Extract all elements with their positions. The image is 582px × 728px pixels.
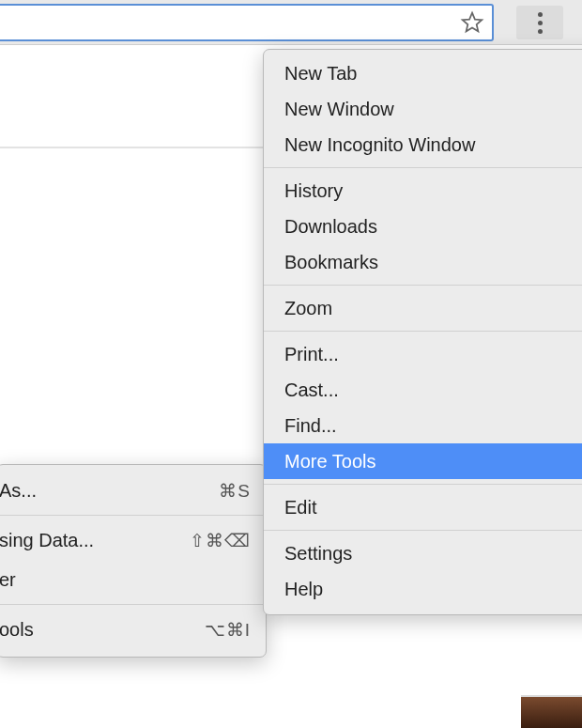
submenu-label: ools: [0, 619, 34, 641]
chrome-main-menu: New Tab New Window New Incognito Window …: [263, 49, 582, 615]
menu-item-downloads[interactable]: Downloads: [264, 209, 582, 244]
vertical-dots-icon: [538, 12, 543, 34]
menu-label: History: [284, 180, 343, 202]
menu-item-history[interactable]: History: [264, 173, 582, 209]
submenu-label: sing Data...: [0, 530, 94, 551]
menu-label: Zoom: [284, 298, 332, 319]
menu-item-find[interactable]: Find...: [264, 408, 582, 443]
submenu-label: As...: [0, 480, 37, 502]
menu-label: New Tab: [284, 63, 357, 85]
menu-separator: [0, 604, 266, 605]
bookmark-star-icon[interactable]: [460, 10, 484, 35]
menu-separator: [264, 530, 582, 531]
submenu-item-save-as[interactable]: As... ⌘S: [0, 471, 266, 510]
menu-label: Bookmarks: [284, 252, 378, 273]
page-divider: [0, 147, 263, 148]
menu-label: New Window: [284, 99, 394, 120]
svg-marker-0: [463, 13, 482, 32]
toolbar: [0, 0, 582, 45]
menu-label: More Tools: [284, 451, 375, 472]
menu-label: New Incognito Window: [284, 134, 475, 156]
background-window-sliver: [521, 695, 582, 728]
submenu-item-clear-browsing-data[interactable]: sing Data... ⇧⌘⌫: [0, 520, 266, 560]
menu-item-new-window[interactable]: New Window: [264, 91, 582, 127]
menu-item-print[interactable]: Print...: [264, 336, 582, 372]
menu-label: Downloads: [284, 216, 377, 238]
submenu-shortcut: ⇧⌘⌫: [190, 530, 251, 551]
menu-item-new-tab[interactable]: New Tab: [264, 55, 582, 91]
menu-item-settings[interactable]: Settings: [264, 535, 582, 571]
menu-item-zoom[interactable]: Zoom −: [264, 290, 582, 326]
chrome-menu-button[interactable]: [516, 6, 563, 39]
menu-item-more-tools[interactable]: More Tools: [264, 443, 582, 479]
more-tools-submenu: As... ⌘S sing Data... ⇧⌘⌫ er ools ⌥⌘I: [0, 464, 267, 658]
menu-item-bookmarks[interactable]: Bookmarks: [264, 244, 582, 280]
menu-separator: [264, 167, 582, 168]
menu-label: Print...: [284, 344, 339, 365]
menu-separator: [0, 515, 266, 516]
menu-separator: [264, 484, 582, 485]
menu-item-help[interactable]: Help: [264, 571, 582, 607]
menu-label: Find...: [284, 415, 337, 437]
menu-item-cast[interactable]: Cast...: [264, 372, 582, 408]
menu-separator: [264, 285, 582, 286]
submenu-shortcut: ⌥⌘I: [205, 619, 251, 641]
menu-label: Settings: [284, 543, 352, 565]
menu-label: Help: [284, 579, 323, 600]
submenu-item-developer-tools[interactable]: ools ⌥⌘I: [0, 610, 266, 649]
menu-item-new-incognito[interactable]: New Incognito Window: [264, 127, 582, 163]
menu-item-edit[interactable]: Edit Cut: [264, 489, 582, 525]
submenu-shortcut: ⌘S: [219, 480, 251, 502]
submenu-label: er: [0, 569, 16, 591]
submenu-item-task-manager[interactable]: er: [0, 560, 266, 599]
omnibox[interactable]: [0, 4, 494, 41]
menu-label: Edit: [284, 497, 316, 519]
menu-separator: [264, 331, 582, 332]
menu-label: Cast...: [284, 379, 339, 401]
